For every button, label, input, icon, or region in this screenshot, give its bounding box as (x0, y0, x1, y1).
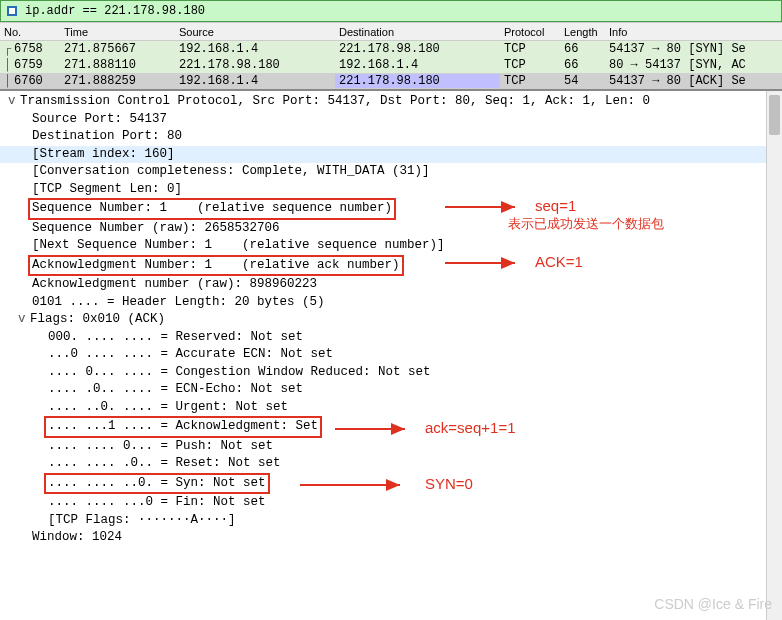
col-src[interactable]: Source (175, 26, 335, 38)
tree-branch-icon: │ (4, 74, 14, 88)
window-line[interactable]: Window: 1024 (0, 529, 782, 547)
flag-ecn[interactable]: .... .0.. .... = ECN-Echo: Not set (0, 381, 782, 399)
flag-syn[interactable]: .... .... ..0. = Syn: Not set (0, 473, 782, 495)
dst-port-line[interactable]: Destination Port: 80 (0, 128, 782, 146)
tree-branch-icon: ┌ (4, 42, 14, 56)
col-no[interactable]: No. (0, 26, 60, 38)
highlight-box: .... .... ..0. = Syn: Not set (44, 473, 270, 495)
flag-cwr[interactable]: .... 0... .... = Congestion Window Reduc… (0, 364, 782, 382)
packet-details: vTransmission Control Protocol, Src Port… (0, 89, 782, 620)
packet-row-selected[interactable]: │6760 271.888259 192.168.1.4 221.178.98.… (0, 73, 782, 89)
col-time[interactable]: Time (60, 26, 175, 38)
ack-raw-line[interactable]: Acknowledgment number (raw): 898960223 (0, 276, 782, 294)
details-scrollbar[interactable] (766, 91, 782, 620)
col-dst[interactable]: Destination (335, 26, 500, 38)
bookmark-icon (5, 4, 19, 18)
stream-index-line[interactable]: [Stream index: 160] (0, 146, 782, 164)
packet-row[interactable]: │6759 271.888110 221.178.98.180 192.168.… (0, 57, 782, 73)
flag-push[interactable]: .... .... 0... = Push: Not set (0, 438, 782, 456)
highlight-box: Acknowledgment Number: 1 (relative ack n… (28, 255, 404, 277)
flag-ack[interactable]: .... ...1 .... = Acknowledgment: Set (0, 416, 782, 438)
conv-complete-line[interactable]: [Conversation completeness: Complete, WI… (0, 163, 782, 181)
flag-urg[interactable]: .... ..0. .... = Urgent: Not set (0, 399, 782, 417)
flag-reserved[interactable]: 000. .... .... = Reserved: Not set (0, 329, 782, 347)
header-len-line[interactable]: 0101 .... = Header Length: 20 bytes (5) (0, 294, 782, 312)
svg-rect-1 (9, 8, 15, 14)
scrollbar-thumb[interactable] (769, 95, 780, 135)
column-headers: No. Time Source Destination Protocol Len… (0, 23, 782, 41)
seg-len-line[interactable]: [TCP Segment Len: 0] (0, 181, 782, 199)
col-proto[interactable]: Protocol (500, 26, 560, 38)
next-seq-line[interactable]: [Next Sequence Number: 1 (relative seque… (0, 237, 782, 255)
highlight-box: .... ...1 .... = Acknowledgment: Set (44, 416, 322, 438)
tree-branch-icon: │ (4, 58, 14, 72)
seq-number-line[interactable]: Sequence Number: 1 (relative sequence nu… (0, 198, 782, 220)
col-len[interactable]: Length (560, 26, 605, 38)
flag-fin[interactable]: .... .... ...0 = Fin: Not set (0, 494, 782, 512)
tcp-flags-sum[interactable]: [TCP Flags: ·······A····] (0, 512, 782, 530)
caret-down-icon: v (8, 93, 20, 111)
ack-number-line[interactable]: Acknowledgment Number: 1 (relative ack n… (0, 255, 782, 277)
tcp-header-line[interactable]: vTransmission Control Protocol, Src Port… (0, 93, 782, 111)
packet-row[interactable]: ┌6758 271.875667 192.168.1.4 221.178.98.… (0, 41, 782, 57)
display-filter-input[interactable] (23, 3, 777, 19)
flag-reset[interactable]: .... .... .0.. = Reset: Not set (0, 455, 782, 473)
seq-raw-line[interactable]: Sequence Number (raw): 2658532706 (0, 220, 782, 238)
display-filter-bar[interactable] (0, 0, 782, 22)
highlight-box: Sequence Number: 1 (relative sequence nu… (28, 198, 396, 220)
col-info[interactable]: Info (605, 26, 782, 38)
caret-down-icon: v (18, 311, 30, 329)
flags-line[interactable]: vFlags: 0x010 (ACK) (0, 311, 782, 329)
flag-aecn[interactable]: ...0 .... .... = Accurate ECN: Not set (0, 346, 782, 364)
src-port-line[interactable]: Source Port: 54137 (0, 111, 782, 129)
packet-list: No. Time Source Destination Protocol Len… (0, 22, 782, 89)
